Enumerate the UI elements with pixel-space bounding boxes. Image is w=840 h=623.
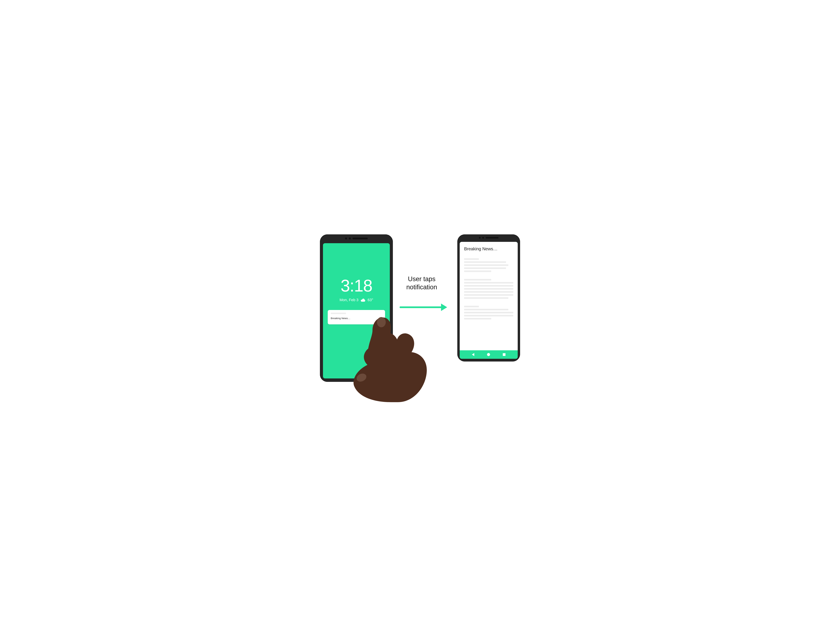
- notification-card[interactable]: Breaking News…: [328, 310, 385, 324]
- article-paragraph: [464, 279, 513, 300]
- text-placeholder: [464, 306, 479, 307]
- lock-screen-date: Mon, Feb 3: [340, 298, 358, 302]
- phone-sensor-bar: [345, 238, 368, 239]
- lock-screen-temperature: 63°: [368, 298, 373, 302]
- triangle-back-icon: [472, 353, 474, 356]
- camera-dot-icon: [345, 238, 347, 239]
- text-placeholder: [464, 270, 491, 272]
- speaker-slot-icon: [486, 237, 498, 238]
- text-placeholder: [464, 312, 513, 313]
- text-placeholder: [464, 282, 513, 284]
- notification-title: Breaking News…: [331, 317, 382, 320]
- sensor-dot-icon: [482, 237, 484, 239]
- article-paragraph: [464, 306, 513, 321]
- diagram-stage: 3:18 Mon, Feb 3 63° Breaking News… User …: [311, 231, 529, 392]
- text-placeholder: [464, 318, 491, 319]
- arrow-icon: [400, 302, 447, 312]
- nav-back-button[interactable]: [472, 353, 474, 356]
- phone-content-frame: Breaking News…: [457, 235, 520, 362]
- sensor-dot-icon: [349, 238, 351, 239]
- article-paragraph: [464, 258, 513, 273]
- text-placeholder: [464, 258, 479, 260]
- circle-home-icon: [487, 353, 490, 356]
- android-navbar: [460, 350, 518, 359]
- speaker-slot-icon: [352, 238, 368, 239]
- nav-recents-button[interactable]: [503, 353, 506, 356]
- cloud-icon: [360, 298, 366, 302]
- lock-screen: 3:18 Mon, Feb 3 63° Breaking News…: [323, 243, 390, 379]
- text-placeholder: [464, 261, 506, 263]
- square-recents-icon: [503, 353, 506, 356]
- camera-dot-icon: [479, 237, 480, 239]
- text-placeholder: [464, 264, 508, 266]
- text-placeholder: [464, 267, 506, 269]
- text-placeholder: [464, 297, 508, 299]
- text-placeholder: [464, 309, 508, 310]
- lock-screen-clock: 3:18: [341, 277, 372, 294]
- phone-sensor-bar: [479, 237, 498, 239]
- notification-app-placeholder: [331, 313, 346, 314]
- text-placeholder: [464, 285, 513, 287]
- lock-screen-content: 3:18 Mon, Feb 3 63° Breaking News…: [323, 243, 390, 379]
- text-placeholder: [464, 291, 513, 293]
- text-placeholder: [464, 279, 491, 281]
- article-view[interactable]: Breaking News…: [460, 242, 518, 350]
- svg-marker-1: [441, 304, 447, 311]
- content-screen: Breaking News…: [460, 242, 518, 359]
- diagram-caption: User taps notification: [396, 275, 447, 291]
- text-placeholder: [464, 315, 513, 316]
- phone-lock-screen-frame: 3:18 Mon, Feb 3 63° Breaking News…: [320, 235, 393, 382]
- nav-home-button[interactable]: [487, 353, 490, 356]
- text-placeholder: [464, 288, 513, 290]
- article-title: Breaking News…: [464, 246, 513, 252]
- lock-screen-date-row: Mon, Feb 3 63°: [340, 298, 373, 302]
- text-placeholder: [464, 294, 513, 296]
